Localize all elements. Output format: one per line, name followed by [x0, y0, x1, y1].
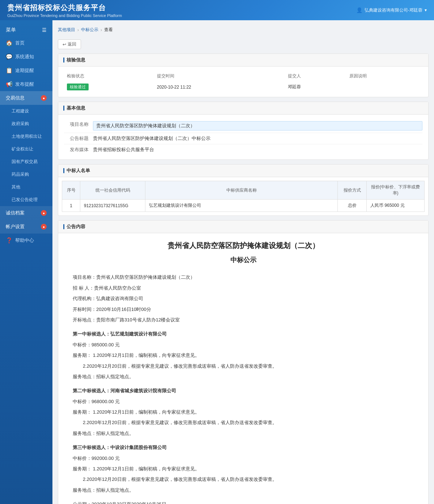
integrity-badge: ● [41, 210, 47, 216]
sidebar-item-sys-notice[interactable]: 💬 系统通知 [0, 50, 52, 64]
sidebar-sub-mining[interactable]: 矿业权出让 [0, 143, 52, 155]
project-name-row: 项目名称 贵州省人民防空落区防护掩体建设规划（二次） [64, 119, 422, 133]
ann-sub-title: 中标公示 [73, 254, 414, 266]
verification-section: 核验信息 检验状态 提交时间 提交人 原因说明 [58, 54, 429, 97]
ann-first-location: 服务地点：招标人指定地点。 [73, 372, 414, 381]
winner-company-name: 弘艺规划建筑设计有限公司 [145, 200, 338, 212]
breadcrumb: 其他项目 › 中标公示 › 查看 [58, 24, 429, 36]
submit-time-cell: 2020-10-22 11:22 [154, 81, 285, 93]
ann-third-service-label: 服务期： 1.2020年12月1日前，编制初稿，向专家征求意见。 [73, 465, 414, 473]
integrity-label: 诚信档案 [6, 210, 25, 216]
verification-table: 检验状态 提交时间 提交人 原因说明 核验通过 2020-10-22 11:22 [64, 71, 422, 93]
notice-icon: 💬 [6, 54, 12, 60]
sidebar: 菜单 ☰ 🏠 首页 💬 系统通知 📋 途期提醒 📢 发布提醒 交易信息 ● 工程… [0, 20, 52, 504]
breadcrumb-winner-announcement[interactable]: 中标公示 [81, 27, 98, 33]
winner-col-price-type: 报价方式 [338, 181, 367, 200]
header: 贵州省招标投标公共服务平台 GuiZhou Province Tendering… [0, 0, 434, 20]
sidebar-sub-engineering[interactable]: 工程建设 [0, 105, 52, 118]
verification-title: 核验信息 [58, 54, 428, 67]
submitter-cell: 邓廷蓉 [285, 81, 346, 93]
sidebar-item-deadline-label: 途期提醒 [15, 67, 34, 74]
account-label: 帐户设置 [6, 223, 25, 230]
logo: 贵州省招标投标公共服务平台 GuiZhou Province Tendering… [7, 3, 122, 18]
winner-list-section: 中标人名单 序号 统一社会信用代码 中标供应商名称 报价方式 报价(中标价、下浮… [58, 164, 429, 216]
deadline-icon: 📋 [6, 67, 12, 74]
sidebar-sub-land[interactable]: 土地使用权出让 [0, 130, 52, 143]
breadcrumb-other-project[interactable]: 其他项目 [58, 27, 75, 33]
col-status: 检验状态 [64, 71, 154, 81]
winner-col-credit: 统一社会信用代码 [80, 181, 145, 200]
sidebar-trade-section[interactable]: 交易信息 ● [0, 91, 52, 105]
verification-row: 核验通过 2020-10-22 11:22 邓廷蓉 [64, 81, 422, 93]
ann-second-price: 中标价：968000.00 元 [73, 397, 414, 406]
winner-price-type: 总价 [338, 200, 367, 212]
username: 弘典建设咨询有限公司-邓廷蓉 [365, 7, 422, 13]
publish-icon: 📢 [6, 81, 12, 87]
media-value: 贵州省招标投标公共服务平台 [93, 146, 422, 153]
ann-location: 开标地点：贵阳市南厂路310号省人防办12楼会议室 [73, 316, 414, 324]
sidebar-item-home[interactable]: 🏠 首页 [0, 36, 52, 50]
ann-agent: 代理机构：弘典建设咨询有限公司 [73, 294, 414, 303]
announcement-title-label: 公告标题 [64, 135, 93, 142]
winner-price: 人民币 965000 元 [367, 200, 425, 212]
menu-label: 菜单 [6, 27, 16, 33]
sidebar-item-sys-notice-label: 系统通知 [15, 54, 34, 60]
project-name-value: 贵州省人民防空落区防护掩体建设规划（二次） [93, 121, 422, 131]
breadcrumb-sep-1: › [77, 27, 79, 33]
ann-first-winner-title: 第一中标候选人：弘艺规划建筑设计有限公司 [73, 330, 414, 338]
sidebar-sub-published[interactable]: 已发公告处理 [0, 193, 52, 206]
sidebar-integrity-section[interactable]: 诚信档案 ● [0, 206, 52, 220]
sidebar-item-home-label: 首页 [15, 40, 25, 46]
ann-start-time: 开标时间：2020年10月16日10时00分 [73, 305, 414, 313]
ann-second-service-2: 2.2020年12月20日前，根据专家意见建议，修改完善形成送审稿，省人防办送省… [73, 418, 414, 427]
sidebar-item-publish[interactable]: 📢 发布提醒 [0, 77, 52, 91]
ann-first-winner-block: 第一中标候选人：弘艺规划建筑设计有限公司 中标价：985000.00 元 服务期… [73, 330, 414, 381]
sidebar-item-help[interactable]: ❓ 帮助中心 [0, 234, 52, 247]
verification-body: 检验状态 提交时间 提交人 原因说明 核验通过 2020-10-22 11:22 [58, 67, 428, 97]
sidebar-sub-gov-purchase[interactable]: 政府采购 [0, 118, 52, 130]
dropdown-icon[interactable]: ▾ [425, 8, 427, 13]
basic-info-body: 项目名称 贵州省人民防空落区防护掩体建设规划（二次） 公告标题 贵州省人民防空落… [58, 115, 428, 159]
ann-third-price: 中标价：992000.00 元 [73, 454, 414, 462]
ann-first-price: 中标价：985000.00 元 [73, 341, 414, 349]
back-icon: ↩ [63, 42, 66, 47]
sidebar-sub-state-assets[interactable]: 国有产权交易 [0, 155, 52, 168]
winner-col-name: 中标供应商名称 [145, 181, 338, 200]
sidebar-item-publish-label: 发布提醒 [15, 81, 34, 87]
announcement-section: 公告内容 贵州省人民防空落区防护掩体建设规划（二次） 中标公示 项目名称：贵州省… [58, 220, 429, 504]
sidebar-menu-header: 菜单 ☰ [0, 24, 52, 36]
sidebar-account-section[interactable]: 帐户设置 ● [0, 220, 52, 234]
sidebar-item-deadline[interactable]: 📋 途期提醒 [0, 64, 52, 77]
reason-cell [346, 81, 422, 93]
home-icon: 🏠 [6, 40, 12, 46]
menu-toggle-icon[interactable]: ☰ [42, 27, 47, 33]
ann-third-service-2: 2.2020年12月20日前，根据专家意见建议，修改完善形成送审稿，省人防办送省… [73, 475, 414, 483]
winner-list-body: 序号 统一社会信用代码 中标供应商名称 报价方式 报价(中标价、下浮率或费率) … [58, 177, 428, 215]
back-button[interactable]: ↩ 返回 [58, 39, 81, 49]
winner-no: 1 [62, 200, 80, 212]
ann-third-winner-block: 第三中标候选人：中设设计集团股份有限公司 中标价：992000.00 元 服务期… [73, 443, 414, 494]
ann-first-service-2: 2.2020年12月20日前，根据专家意见建议，修改完善形成送审稿，省人防办送省… [73, 362, 414, 370]
basic-info-section: 基本信息 项目名称 贵州省人民防空落区防护掩体建设规划（二次） 公告标题 贵州省… [58, 102, 429, 160]
ann-third-winner-title: 第三中标候选人：中设设计集团股份有限公司 [73, 443, 414, 452]
ann-second-winner-block: 第二中标候选人：河南省城乡建筑设计院有限公司 中标价：968000.00 元 服… [73, 386, 414, 437]
announcement-title-row: 公告标题 贵州省人民防空落区防护掩体建设规划（二次）中标公示 [64, 133, 422, 144]
trade-label: 交易信息 [6, 95, 25, 101]
winner-list-title: 中标人名单 [58, 165, 428, 177]
ann-third-location: 服务地点：招标人指定地点。 [73, 486, 414, 494]
sidebar-sub-medicine[interactable]: 药品采购 [0, 168, 52, 181]
col-submitter: 提交人 [285, 71, 346, 81]
project-name-label: 项目名称 [64, 121, 93, 128]
media-row: 发布媒体 贵州省招标投标公共服务平台 [64, 144, 422, 155]
basic-info-title: 基本信息 [58, 102, 428, 115]
winner-table: 序号 统一社会信用代码 中标供应商名称 报价方式 报价(中标价、下浮率或费率) … [62, 181, 425, 212]
winner-col-no: 序号 [62, 181, 80, 200]
winner-credit-code: 91210231732761155G [80, 200, 145, 212]
col-reason: 原因说明 [346, 71, 422, 81]
ann-publicity-period: 公示期：2020年10月22日至2020年10月25日 [73, 500, 414, 504]
sidebar-sub-other[interactable]: 其他 [0, 181, 52, 193]
user-info: 👤 弘典建设咨询有限公司-邓廷蓉 ▾ [356, 7, 427, 13]
ann-second-service-label: 服务期： 1.2020年12月1日前，编制初稿，向专家征求意见。 [73, 408, 414, 416]
winner-row: 1 91210231732761155G 弘艺规划建筑设计有限公司 总价 人民币… [62, 200, 425, 212]
back-label: 返回 [68, 41, 76, 47]
